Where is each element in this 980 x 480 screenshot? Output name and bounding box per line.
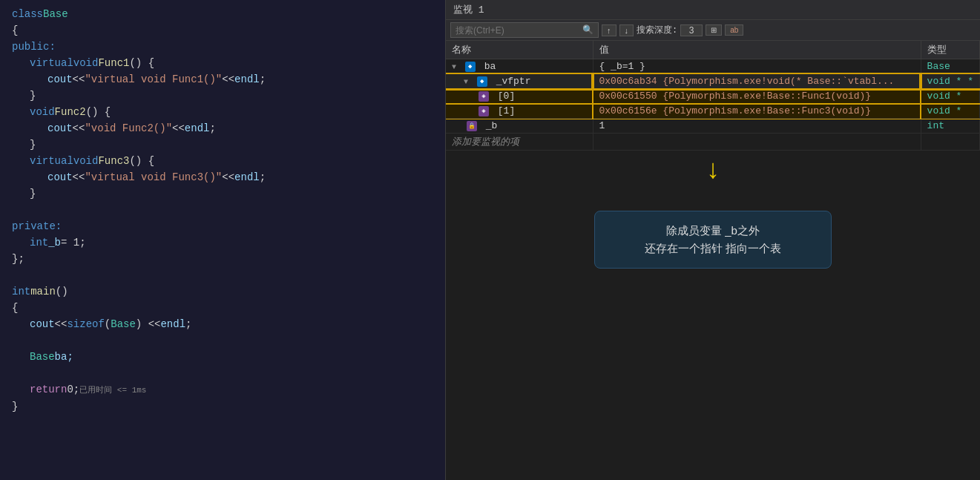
search-depth-input[interactable] xyxy=(680,24,703,36)
ab-button[interactable]: ab xyxy=(725,24,743,36)
code-line xyxy=(0,332,445,349)
expand-icon[interactable]: ▼ xyxy=(452,63,456,71)
code-line: class Base xyxy=(0,6,445,22)
code-line xyxy=(0,267,445,283)
code-line: return 0; 已用时间 <= 1ms xyxy=(18,381,445,398)
watch-toolbar: 🔍 ↑ ↓ 搜索深度: ⊞ ab xyxy=(446,20,980,41)
cell-value: 1 xyxy=(593,119,921,134)
cell-type: int xyxy=(921,119,979,134)
var-icon: ◆ xyxy=(465,62,476,72)
var-icon: ◆ xyxy=(477,76,487,87)
code-editor: class Base { public: virtual void Func1(… xyxy=(0,0,445,480)
watch-table: 名称 值 类型 ▼ ◆ ba { _b=1 } Base xyxy=(446,41,980,151)
var-icon: ◈ xyxy=(479,91,489,102)
code-line: virtual void Func3() { xyxy=(18,153,445,169)
table-row[interactable]: 🔒 _b 1 int xyxy=(446,119,980,134)
expand-icon[interactable]: ▼ xyxy=(464,78,468,86)
code-line: } xyxy=(18,185,445,202)
search-box[interactable]: 🔍 xyxy=(450,22,599,38)
yellow-arrow: ↓ xyxy=(705,158,721,185)
code-line: cout << "void Func2()" << endl; xyxy=(36,120,445,137)
search-input[interactable] xyxy=(456,25,582,36)
code-line: }; xyxy=(0,251,445,267)
table-row[interactable]: ◈ [1] 0x00c6156e {Polymorphism.exe!Base:… xyxy=(446,104,980,119)
cell-type: void * * xyxy=(921,74,979,89)
cell-type: void * xyxy=(921,104,979,119)
var-icon: ◈ xyxy=(479,106,489,116)
code-line: void Func2() { xyxy=(18,104,445,120)
table-row[interactable]: ▼ ◆ ba { _b=1 } Base xyxy=(446,59,980,74)
code-line: public: xyxy=(0,39,445,55)
cell-type: void * xyxy=(921,89,979,104)
code-line: cout << "virtual void Func1()" << endl; xyxy=(36,71,445,88)
cell-empty2 xyxy=(921,134,979,151)
col-type: 类型 xyxy=(921,41,979,59)
callout-box: 除成员变量 _b之外 还存在一个指针 指向一个表 xyxy=(594,211,832,269)
code-line: { xyxy=(0,300,445,316)
callout-area: ↓ 除成员变量 _b之外 还存在一个指针 指向一个表 xyxy=(446,151,980,291)
col-name: 名称 xyxy=(446,41,593,59)
search-down-button[interactable]: ↓ xyxy=(619,24,634,36)
cell-value: 0x00c6156e {Polymorphism.exe!Base::Func3… xyxy=(593,104,921,119)
cell-name: ▼ ◆ ba xyxy=(446,59,593,74)
code-line: cout << "virtual void Func3()" << endl; xyxy=(36,169,445,185)
cell-value: { _b=1 } xyxy=(593,59,921,74)
watch-title: 监视 1 xyxy=(446,0,980,20)
code-line: } xyxy=(18,137,445,153)
code-line: int main() xyxy=(0,283,445,300)
table-row[interactable]: ◈ [0] 0x00c61550 {Polymorphism.exe!Base:… xyxy=(446,89,980,104)
cell-empty xyxy=(593,134,921,151)
callout-text: 除成员变量 _b之外 还存在一个指针 指向一个表 xyxy=(610,222,816,257)
code-line: { xyxy=(0,22,445,39)
cell-name: ◈ [1] xyxy=(446,104,593,119)
cell-value: 0x00c6ab34 {Polymorphism.exe!void(* Base… xyxy=(593,74,921,89)
code-line: int _b = 1; xyxy=(18,234,445,251)
cell-add-watch[interactable]: 添加要监视的项 xyxy=(446,134,593,151)
col-value: 值 xyxy=(593,41,921,59)
cell-name: ▼ ◆ _vfptr xyxy=(446,74,593,89)
search-depth-label: 搜索深度: xyxy=(637,24,677,36)
cell-type: Base xyxy=(921,59,979,74)
pin-button[interactable]: ⊞ xyxy=(706,24,722,36)
search-up-button[interactable]: ↑ xyxy=(602,24,616,36)
code-line: } xyxy=(0,398,445,415)
code-line: } xyxy=(18,88,445,104)
cell-name: 🔒 _b xyxy=(446,119,593,134)
code-line xyxy=(0,202,445,218)
cell-name: ◈ [0] xyxy=(446,89,593,104)
code-line xyxy=(0,365,445,381)
search-icon: 🔍 xyxy=(582,24,593,36)
code-line: private: xyxy=(0,218,445,234)
code-line: virtual void Func1() { xyxy=(18,55,445,71)
watch-table-container: 名称 值 类型 ▼ ◆ ba { _b=1 } Base xyxy=(446,41,980,151)
add-watch-row[interactable]: 添加要监视的项 xyxy=(446,134,980,151)
table-row[interactable]: ▼ ◆ _vfptr 0x00c6ab34 {Polymorphism.exe!… xyxy=(446,74,980,89)
watch-panel: 监视 1 🔍 ↑ ↓ 搜索深度: ⊞ ab 名称 值 类型 xyxy=(445,0,980,480)
code-line: cout << sizeof(Base) << endl; xyxy=(18,316,445,332)
cell-value: 0x00c61550 {Polymorphism.exe!Base::Func1… xyxy=(593,89,921,104)
var-icon: 🔒 xyxy=(467,121,477,131)
code-line: Base ba; xyxy=(18,349,445,365)
